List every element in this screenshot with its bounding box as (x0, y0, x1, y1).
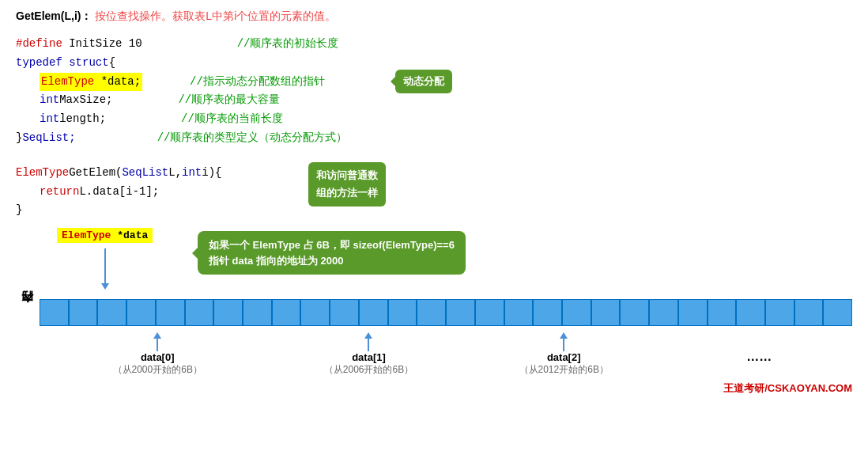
typedef-keyword: typedef (16, 54, 62, 73)
close-brace-line: } (16, 201, 852, 220)
code-block-struct: #define InitSize 10 //顺序表的初始长度 typedef s… (16, 35, 852, 148)
memory-cell (823, 299, 852, 326)
memory-cell (504, 299, 534, 326)
data0-sub: （从2000开始的6B） (113, 363, 202, 377)
ann-data2: data[2] （从2012开始的6B） (519, 332, 609, 377)
memory-cell (359, 299, 388, 326)
arrow-line-data2 (563, 339, 564, 351)
memory-cell (69, 299, 98, 326)
return-expr: L.data[i-1]; (79, 183, 159, 202)
memory-cell (417, 299, 446, 326)
elemtype-data-label: ElemType *data (57, 228, 153, 243)
int-keyword-1: int (40, 91, 59, 110)
memory-cell (97, 299, 126, 326)
memory-cell (765, 299, 794, 326)
ann-data0: data[0] （从2000开始的6B） (113, 332, 202, 377)
int-keyword-2: int (40, 110, 59, 129)
memory-cell (388, 299, 417, 326)
seqlist-param-type: SeqList (122, 164, 168, 183)
elemtype-data-highlight: ElemType *data; (40, 73, 142, 92)
elemtype-arrow-down (101, 248, 109, 290)
memory-cell (736, 299, 765, 326)
i-param: i){ (202, 164, 221, 183)
data2-label: data[2] (547, 351, 581, 363)
memory-cell (272, 299, 301, 326)
length-comment: //顺序表的当前长度 (181, 110, 283, 129)
memory-cell (620, 299, 649, 326)
data2-sub: （从2012开始的6B） (519, 363, 609, 377)
memory-cell (243, 299, 272, 326)
seqlist-type: SeqList; (22, 129, 75, 148)
memory-cell (330, 299, 359, 326)
getelem-signature: ElemType GetElem( SeqList L, int i){ 和访问… (16, 164, 852, 183)
define-initsize: InitSize 10 (69, 35, 142, 54)
arrow-up-data1 (364, 332, 372, 339)
memory-cell (649, 299, 678, 326)
data1-label: data[1] (352, 351, 386, 363)
elemtype-return: ElemType (16, 164, 69, 183)
memory-cell (562, 299, 591, 326)
seqlist-line: } SeqList; //顺序表的类型定义（动态分配方式） (16, 129, 852, 148)
memory-annotations: data[0] （从2000开始的6B） data[1] （从2006开始的6B… (40, 332, 852, 396)
maxsize-line: int MaxSize; //顺序表的最大容量 (16, 91, 852, 110)
arrow-line-data1 (368, 339, 369, 351)
arrow-line-data0 (157, 339, 158, 351)
elemtype-large-tooltip: 如果一个 ElemType 占 6B，即 sizeof(ElemType)==6… (198, 231, 466, 275)
close-brace: } (16, 201, 22, 220)
struct-keyword: struct (69, 54, 108, 73)
int-param: int (182, 164, 202, 183)
elemdata-comment: //指示动态分配数组的指针 (190, 73, 325, 92)
length-var: length; (59, 110, 106, 129)
data0-label: data[0] (141, 351, 175, 363)
arrow-head (101, 283, 109, 290)
define-keyword: #define (16, 35, 62, 54)
elemdata-line: ElemType *data; //指示动态分配数组的指针 动态分配 (16, 73, 852, 92)
memory-cell (475, 299, 504, 326)
arrow-line (104, 248, 106, 283)
ann-dots: …… (746, 350, 772, 364)
arrow-up-data0 (153, 332, 161, 339)
dots-label: …… (746, 350, 772, 364)
seqlist-param-l: L, (168, 164, 182, 183)
ann-data1: data[1] （从2006开始的6B） (324, 332, 413, 377)
memory-cell (213, 299, 243, 326)
return-line: return L.data[i-1]; (16, 183, 852, 202)
define-comment: //顺序表的初始长度 (237, 35, 339, 54)
elemtype-label-row: ElemType *data 如果一个 ElemType 占 6B，即 size… (16, 228, 852, 298)
func-desc: 按位查找操作。获取表L中第i个位置的元素的值。 (95, 9, 336, 22)
getelem-name: GetElem( (69, 164, 122, 183)
memory-cell (40, 299, 69, 326)
open-brace: { (109, 54, 115, 73)
header: GetElem(L,i)： 按位查找操作。获取表L中第i个位置的元素的值。 (16, 9, 852, 24)
memory-bar (40, 299, 852, 326)
memory-bar-container: 内存 (16, 299, 852, 326)
return-keyword: return (40, 183, 79, 202)
memory-cell (446, 299, 475, 326)
dynamic-alloc-tooltip: 动态分配 (395, 70, 452, 93)
memory-cell (156, 299, 185, 326)
func-name: GetElem(L,i)： (16, 9, 92, 22)
arrow-up-data2 (560, 332, 568, 339)
memory-cell (678, 299, 708, 326)
code-block-getelem: ElemType GetElem( SeqList L, int i){ 和访问… (16, 164, 852, 220)
maxsize-comment: //顺序表的最大容量 (178, 91, 280, 110)
maxsize-var: MaxSize; (59, 91, 112, 110)
memory-cell (708, 299, 737, 326)
length-line: int length; //顺序表的当前长度 (16, 110, 852, 129)
memory-cell (300, 299, 330, 326)
watermark: 王道考研/CSKAOYAN.COM (723, 381, 852, 396)
define-line: #define InitSize 10 //顺序表的初始长度 (16, 35, 852, 54)
memory-cell (794, 299, 824, 326)
memory-cell (533, 299, 562, 326)
memory-cell (591, 299, 621, 326)
seqlist-comment: //顺序表的类型定义（动态分配方式） (157, 129, 348, 148)
memory-cell (185, 299, 214, 326)
data1-sub: （从2006开始的6B） (324, 363, 413, 377)
memory-section: ElemType *data 如果一个 ElemType 占 6B，即 size… (16, 228, 852, 396)
memory-cell (126, 299, 156, 326)
